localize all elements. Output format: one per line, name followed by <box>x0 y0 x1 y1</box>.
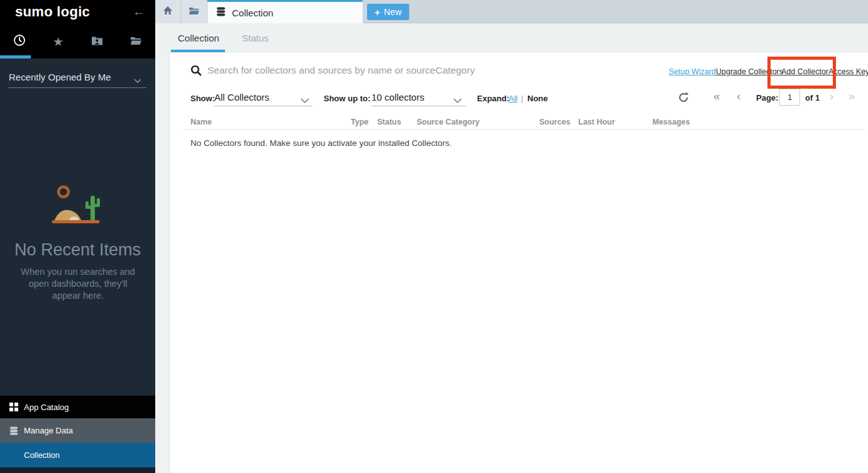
plus-icon: + <box>375 7 380 18</box>
home-icon <box>163 6 173 18</box>
shared-folder-nav-item[interactable] <box>116 30 155 53</box>
left-sidebar: sumo logic ← ★ <box>0 0 155 473</box>
sumo-logic-logo: sumo logic <box>15 4 90 20</box>
sidebar-header: sumo logic ← ★ <box>0 0 155 58</box>
sidebar-item-collection[interactable]: Collection <box>0 443 155 467</box>
show-up-to-label: Show up to: <box>324 94 370 103</box>
expand-label: Expand: <box>477 94 509 103</box>
search-icon <box>190 65 202 79</box>
new-button-label: New <box>384 7 402 17</box>
column-header-messages: Messages <box>652 118 690 126</box>
first-page-button[interactable]: « <box>713 90 720 103</box>
open-folder-icon <box>130 36 142 48</box>
chevron-down-icon <box>134 75 141 86</box>
expand-none-link[interactable]: None <box>527 94 548 103</box>
empty-table-message: No Collectors found. Make sure you activ… <box>190 138 452 148</box>
active-tab-underline <box>171 50 225 52</box>
desert-illustration <box>41 181 111 229</box>
setup-wizard-link[interactable]: Setup Wizard <box>669 67 716 76</box>
next-page-button[interactable]: › <box>830 90 833 103</box>
refresh-icon[interactable] <box>679 92 689 105</box>
search-input[interactable] <box>207 63 610 78</box>
chevron-down-icon[interactable] <box>453 95 462 106</box>
prev-page-button[interactable]: ‹ <box>737 90 740 103</box>
sumo-logic-app: Collection + New Collection Status sumo … <box>0 0 868 473</box>
collapse-sidebar-icon[interactable]: ← <box>133 4 145 19</box>
expand-all-link[interactable]: All <box>508 94 517 103</box>
dropdown-underline <box>371 106 466 106</box>
active-nav-indicator <box>0 55 31 58</box>
sidebar-bottom-strip <box>0 467 155 473</box>
column-header-sources: Sources <box>539 118 570 126</box>
add-collector-link[interactable]: Add Collector <box>781 67 828 76</box>
collection-page <box>170 53 868 473</box>
chevron-down-icon[interactable] <box>300 95 309 106</box>
sidebar-item-label: Manage Data <box>24 426 73 435</box>
library-tab[interactable] <box>181 0 207 23</box>
content-gutter <box>155 53 170 473</box>
show-filter-dropdown[interactable]: All Collectors <box>214 92 270 103</box>
sidebar-icon-nav: ★ <box>0 30 155 53</box>
sidebar-item-label: App Catalog <box>24 403 69 412</box>
column-header-type: Type <box>351 118 368 126</box>
collection-window-tab[interactable]: Collection <box>207 0 363 23</box>
collection-tab-title: Collection <box>232 8 273 18</box>
expand-separator: | <box>521 94 523 103</box>
personal-folder-icon <box>91 36 103 48</box>
top-toolbar: Collection + New <box>155 0 868 23</box>
personal-folder-nav-item[interactable] <box>78 30 117 53</box>
access-keys-link[interactable]: Access Keys <box>828 67 868 76</box>
open-folder-icon <box>189 6 200 18</box>
show-up-to-dropdown[interactable]: 10 collectors <box>371 92 424 103</box>
tab-status[interactable]: Status <box>242 23 269 53</box>
recently-opened-label: Recently Opened By Me <box>9 72 111 82</box>
subtab-bar: Collection Status <box>155 23 868 53</box>
show-filter-label: Show: <box>190 94 215 103</box>
table-header-divider <box>182 129 864 130</box>
sidebar-item-label: Collection <box>24 450 60 460</box>
sidebar-item-app-catalog[interactable]: App Catalog <box>0 396 155 418</box>
tab-collection[interactable]: Collection <box>178 23 219 53</box>
home-tab[interactable] <box>155 0 181 23</box>
clock-icon <box>13 34 26 49</box>
new-button[interactable]: + New <box>367 4 409 20</box>
recent-nav-item[interactable] <box>0 30 39 53</box>
database-icon <box>8 426 19 436</box>
recently-opened-dropdown[interactable]: Recently Opened By Me <box>8 66 146 88</box>
dropdown-underline <box>214 106 312 106</box>
upgrade-collectors-link[interactable]: Upgrade Collectors <box>716 67 783 76</box>
sidebar-item-manage-data[interactable]: Manage Data <box>0 418 155 443</box>
no-recent-items-title: No Recent Items <box>0 240 155 260</box>
favorites-nav-item[interactable]: ★ <box>39 30 78 53</box>
database-icon <box>216 6 226 19</box>
page-label: Page: <box>756 93 778 103</box>
column-header-source-category: Source Category <box>417 118 480 126</box>
column-header-status: Status <box>377 118 401 126</box>
column-header-name: Name <box>190 118 212 126</box>
app-catalog-grid-icon <box>8 403 19 412</box>
last-page-button[interactable]: » <box>849 90 855 103</box>
page-number-input[interactable] <box>779 89 800 106</box>
no-recent-items-description: When you run searches and open dashboard… <box>15 266 141 302</box>
star-icon: ★ <box>53 36 63 48</box>
page-count-text: of 1 <box>805 93 820 103</box>
column-header-last-hour: Last Hour <box>578 118 615 126</box>
